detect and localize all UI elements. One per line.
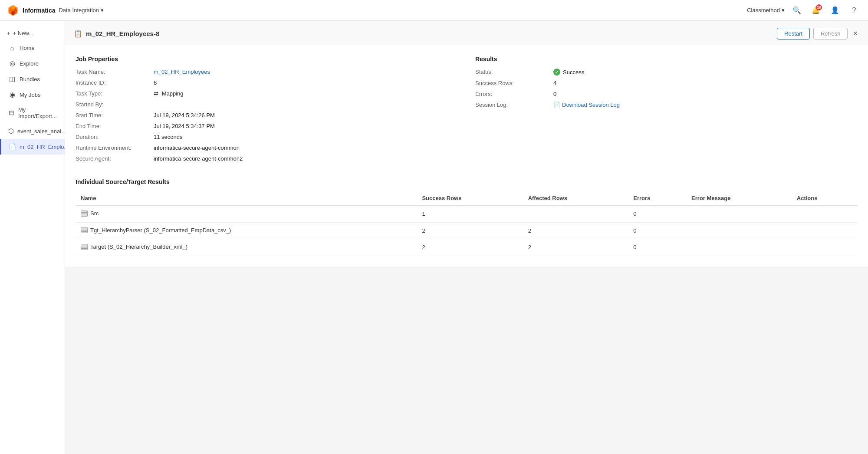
main-content: 📋 m_02_HR_Employees-8 Restart Refresh × … bbox=[65, 21, 868, 454]
svg-rect-8 bbox=[81, 214, 87, 215]
cell-success-rows: 1 bbox=[417, 205, 523, 222]
notifications-button[interactable]: 🔔 20 bbox=[809, 3, 823, 17]
session-log-label: Session Log: bbox=[475, 102, 553, 108]
svg-rect-16 bbox=[81, 244, 87, 246]
svg-rect-18 bbox=[81, 247, 87, 248]
svg-rect-9 bbox=[81, 215, 87, 216]
sidebar-item-m02-hr[interactable]: 📄 m_02_HR_Emplo... bbox=[0, 139, 65, 155]
prop-errors: Errors: 0 bbox=[475, 91, 858, 97]
session-log-value: 📄 Download Session Log bbox=[553, 102, 620, 108]
svg-rect-6 bbox=[81, 211, 87, 212]
sidebar-item-bundles[interactable]: ◫ Bundles bbox=[0, 71, 65, 87]
prop-instance-id: Instance ID: 8 bbox=[76, 79, 458, 86]
job-panel-header: 📋 m_02_HR_Employees-8 Restart Refresh × bbox=[65, 21, 868, 45]
download-icon: 📄 bbox=[553, 102, 560, 108]
prop-status: Status: Success bbox=[475, 69, 858, 76]
duration-value: 11 seconds bbox=[154, 134, 183, 140]
table-icon bbox=[81, 244, 88, 250]
started-by-label: Started By: bbox=[76, 101, 154, 108]
help-button[interactable]: ? bbox=[847, 3, 861, 17]
sidebar-item-my-jobs[interactable]: ◉ My Jobs bbox=[0, 87, 65, 102]
cell-name: Src bbox=[76, 205, 417, 222]
org-selector[interactable]: Classmethod ▾ bbox=[747, 7, 785, 13]
start-time-label: Start Time: bbox=[76, 112, 154, 118]
sidebar: + + New... ⌂ Home ◎ Explore ◫ Bundles ◉ … bbox=[0, 21, 65, 454]
row-icon: Target (S_02_Hierarchy_Builder_xml_) bbox=[81, 243, 187, 250]
cell-error-message bbox=[686, 222, 792, 239]
event-sales-icon: ⬡ bbox=[8, 127, 14, 135]
job-panel-actions: Restart Refresh × bbox=[777, 28, 859, 39]
job-panel: 📋 m_02_HR_Employees-8 Restart Refresh × … bbox=[65, 21, 868, 266]
table-row: Tgt_HierarchyParser (S_02_Formatted_EmpD… bbox=[76, 222, 858, 239]
runtime-env-value: informatica-secure-agent-common bbox=[154, 145, 240, 151]
job-title-icon: 📋 bbox=[74, 30, 82, 38]
refresh-button[interactable]: Refresh bbox=[813, 28, 848, 39]
cell-errors: 0 bbox=[628, 239, 686, 256]
app-name: Informatica bbox=[23, 7, 55, 14]
cell-actions bbox=[792, 222, 858, 239]
secure-agent-label: Secure Agent: bbox=[76, 155, 154, 162]
status-value: Success bbox=[553, 69, 584, 76]
svg-rect-17 bbox=[81, 246, 87, 247]
cell-name: Tgt_HierarchyParser (S_02_Formatted_EmpD… bbox=[76, 222, 417, 239]
status-success-badge: Success bbox=[553, 69, 584, 76]
task-name-label: Task Name: bbox=[76, 69, 154, 75]
cell-actions bbox=[792, 205, 858, 222]
prop-runtime-env: Runtime Environment: informatica-secure-… bbox=[76, 145, 458, 151]
chevron-down-icon: ▾ bbox=[101, 7, 104, 13]
svg-rect-14 bbox=[81, 232, 87, 233]
col-name: Name bbox=[76, 191, 417, 205]
prop-started-by: Started By: bbox=[76, 101, 458, 108]
col-errors: Errors bbox=[628, 191, 686, 205]
cell-affected-rows: 2 bbox=[523, 222, 628, 239]
search-icon: 🔍 bbox=[792, 6, 801, 14]
cell-success-rows: 2 bbox=[417, 239, 523, 256]
job-body: Job Properties Task Name: m_02_HR_Employ… bbox=[65, 45, 868, 266]
runtime-env-label: Runtime Environment: bbox=[76, 145, 154, 151]
table-row: Target (S_02_Hierarchy_Builder_xml_) 2 2… bbox=[76, 239, 858, 256]
instance-id-value: 8 bbox=[154, 79, 157, 86]
sidebar-item-event-sales[interactable]: ⬡ event_sales_anal... bbox=[0, 123, 65, 139]
explore-icon: ◎ bbox=[8, 59, 16, 67]
download-session-log-link[interactable]: 📄 Download Session Log bbox=[553, 102, 620, 108]
row-icon: Tgt_HierarchyParser (S_02_Formatted_EmpD… bbox=[81, 227, 231, 234]
top-navigation: Informatica Data Integration ▾ Classmeth… bbox=[0, 0, 868, 21]
individual-results-title: Individual Source/Target Results bbox=[76, 178, 858, 185]
status-label: Status: bbox=[475, 69, 553, 76]
table-row: Src 1 0 bbox=[76, 205, 858, 222]
org-chevron-icon: ▾ bbox=[782, 7, 785, 13]
sidebar-item-import-export[interactable]: ⊟ My Import/Export... bbox=[0, 102, 65, 123]
job-columns: Job Properties Task Name: m_02_HR_Employ… bbox=[76, 56, 858, 166]
individual-results-section: Individual Source/Target Results Name Su… bbox=[76, 178, 858, 256]
table-icon bbox=[81, 227, 88, 233]
cell-affected-rows bbox=[523, 205, 628, 222]
bundles-icon: ◫ bbox=[8, 75, 16, 83]
prop-task-type: Task Type: ⇄ Mapping bbox=[76, 90, 458, 97]
close-button[interactable]: × bbox=[851, 29, 859, 38]
cell-error-message bbox=[686, 205, 792, 222]
cell-error-message bbox=[686, 239, 792, 256]
task-name-value[interactable]: m_02_HR_Employees bbox=[154, 69, 210, 75]
success-rows-label: Success Rows: bbox=[475, 80, 553, 86]
jobs-icon: ◉ bbox=[8, 91, 16, 99]
col-error-message: Error Message bbox=[686, 191, 792, 205]
start-time-value: Jul 19, 2024 5:34:26 PM bbox=[154, 112, 215, 118]
end-time-label: End Time: bbox=[76, 123, 154, 129]
user-button[interactable]: 👤 bbox=[828, 3, 842, 17]
job-panel-title: 📋 m_02_HR_Employees-8 bbox=[74, 30, 159, 38]
home-icon: ⌂ bbox=[8, 44, 16, 52]
mapping-icon: ⇄ bbox=[154, 90, 158, 97]
results-column: Results Status: Success Success bbox=[475, 56, 858, 166]
restart-button[interactable]: Restart bbox=[777, 28, 810, 39]
cell-errors: 0 bbox=[628, 205, 686, 222]
sidebar-item-home[interactable]: ⌂ Home bbox=[0, 40, 65, 56]
notifications-badge: 20 bbox=[816, 4, 822, 10]
sidebar-item-explore[interactable]: ◎ Explore bbox=[0, 56, 65, 71]
product-name[interactable]: Data Integration ▾ bbox=[59, 7, 104, 13]
svg-rect-13 bbox=[81, 230, 87, 231]
new-button[interactable]: + + New... bbox=[0, 26, 65, 40]
col-actions: Actions bbox=[792, 191, 858, 205]
nav-right: Classmethod ▾ 🔍 🔔 20 👤 ? bbox=[747, 3, 861, 17]
end-time-value: Jul 19, 2024 5:34:37 PM bbox=[154, 123, 215, 129]
search-button[interactable]: 🔍 bbox=[790, 3, 804, 17]
